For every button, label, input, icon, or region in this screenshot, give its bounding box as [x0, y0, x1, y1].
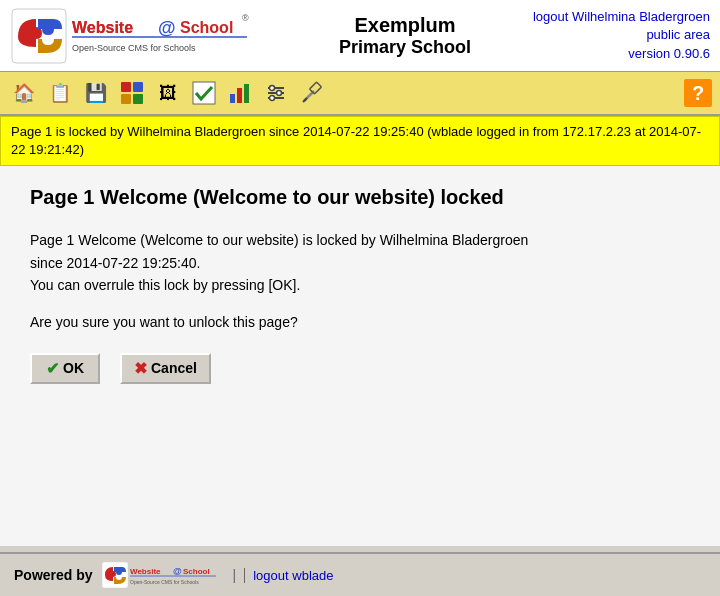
dialog-question: Are you sure you want to unlock this pag… — [30, 311, 550, 333]
footer-logout-link[interactable]: logout wblade — [244, 568, 333, 583]
svg-point-20 — [277, 91, 282, 96]
cancel-button[interactable]: ✖ Cancel — [120, 353, 211, 384]
logout-link[interactable]: logout Wilhelmina Bladergroen — [533, 9, 710, 24]
svg-text:®: ® — [242, 13, 249, 23]
svg-rect-13 — [230, 94, 235, 103]
help-icon[interactable]: ? — [684, 79, 712, 107]
main-content: Page 1 Welcome (Welcome to our website) … — [0, 166, 720, 546]
toolbar-image-icon[interactable]: 🖼 — [152, 77, 184, 109]
ok-label: OK — [63, 360, 84, 376]
svg-rect-15 — [244, 84, 249, 103]
svg-rect-9 — [133, 82, 143, 92]
site-title: Exemplum Primary School — [300, 14, 510, 58]
svg-text:Open-Source CMS for Schools: Open-Source CMS for Schools — [130, 579, 199, 585]
footer-powered-text: Powered by — [14, 567, 93, 583]
toolbar-check-icon[interactable] — [188, 77, 220, 109]
logo-area: Website Website @ School ® Open-Source C… — [10, 7, 300, 65]
svg-text:@: @ — [173, 566, 182, 576]
toolbar-chart-icon[interactable] — [224, 77, 256, 109]
toolbar-home-icon[interactable]: 🏠 — [8, 77, 40, 109]
cancel-icon: ✖ — [134, 359, 147, 378]
cancel-label: Cancel — [151, 360, 197, 376]
svg-rect-10 — [121, 94, 131, 104]
site-name: Exemplum — [300, 14, 510, 37]
svg-rect-11 — [133, 94, 143, 104]
button-row: ✔ OK ✖ Cancel — [30, 353, 690, 384]
svg-text:Website: Website — [72, 19, 133, 36]
svg-rect-14 — [237, 88, 242, 103]
header: Website Website @ School ® Open-Source C… — [0, 0, 720, 72]
svg-point-19 — [270, 86, 275, 91]
toolbar-doc-icon[interactable]: 📋 — [44, 77, 76, 109]
footer-logo-image: Website @ School Open-Source CMS for Sch… — [101, 561, 221, 589]
footer-logo: Website @ School Open-Source CMS for Sch… — [101, 561, 221, 589]
svg-text:@: @ — [158, 18, 176, 38]
dialog-title: Page 1 Welcome (Welcome to our website) … — [30, 186, 690, 209]
version-label: version 0.90.6 — [628, 46, 710, 61]
svg-text:Website: Website — [130, 567, 161, 576]
logo-image: Website Website @ School ® Open-Source C… — [10, 7, 255, 65]
toolbar-tools-icon[interactable] — [296, 77, 328, 109]
svg-text:School: School — [180, 19, 233, 36]
svg-rect-8 — [121, 82, 131, 92]
toolbar-module-icon[interactable] — [116, 77, 148, 109]
area-label: public area — [646, 27, 710, 42]
site-subtitle: Primary School — [300, 37, 510, 58]
toolbar: 🏠 📋 💾 🖼 ? — [0, 72, 720, 116]
svg-text:School: School — [183, 567, 210, 576]
ok-button[interactable]: ✔ OK — [30, 353, 100, 384]
svg-point-21 — [270, 96, 275, 101]
warning-text: Page 1 is locked by Wilhelmina Bladergro… — [11, 124, 701, 157]
toolbar-settings-icon[interactable] — [260, 77, 292, 109]
footer-separator: | — [233, 567, 237, 583]
dialog-body: Page 1 Welcome (Welcome to our website) … — [30, 229, 550, 333]
footer: Powered by Website @ School Open-Source … — [0, 552, 720, 596]
svg-text:Open-Source CMS for Schools: Open-Source CMS for Schools — [72, 43, 196, 53]
svg-line-24 — [303, 98, 307, 102]
dialog-body-line1: Page 1 Welcome (Welcome to our website) … — [30, 229, 550, 274]
dialog-body-line2: You can overrule this lock by pressing [… — [30, 274, 550, 296]
user-info[interactable]: logout Wilhelmina Bladergroen public are… — [510, 8, 710, 63]
warning-bar: Page 1 is locked by Wilhelmina Bladergro… — [0, 116, 720, 166]
ok-icon: ✔ — [46, 359, 59, 378]
toolbar-save-icon[interactable]: 💾 — [80, 77, 112, 109]
